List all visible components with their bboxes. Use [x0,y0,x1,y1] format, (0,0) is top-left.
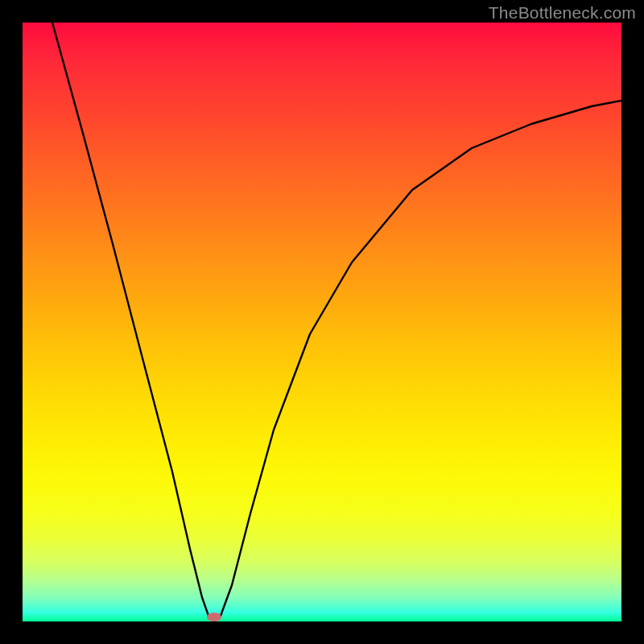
chart-frame: TheBottleneck.com [0,0,644,644]
bottleneck-curve [23,23,621,621]
watermark-text: TheBottleneck.com [489,3,636,23]
plot-area [23,23,621,621]
curve-path [52,23,621,621]
minimum-marker [207,613,221,621]
